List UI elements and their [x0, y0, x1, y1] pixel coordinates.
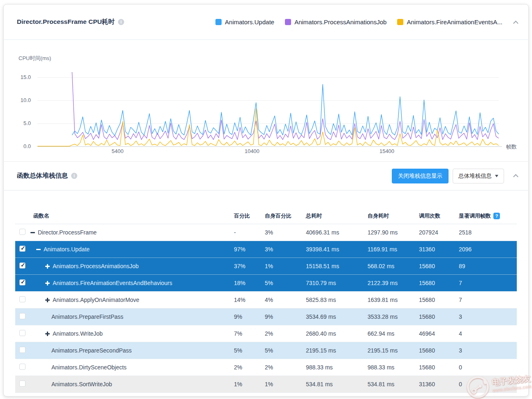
row-checkbox[interactable]: [19, 330, 25, 336]
caret-down-icon: [495, 175, 498, 177]
chart-collapse-chevron-icon[interactable]: [513, 21, 518, 26]
table-row[interactable]: Animators.DirtySceneObjects2%2%988.33 ms…: [15, 359, 517, 376]
stack-collapse-chevron-icon[interactable]: [513, 174, 518, 179]
checkbox-cell: [15, 246, 30, 253]
cell-total-time: 988.33 ms: [302, 364, 363, 371]
row-checkbox[interactable]: [19, 347, 25, 353]
cell-call-count: 207924: [415, 229, 455, 236]
function-name-cell: Director.ProcessFrame: [30, 229, 230, 236]
legend-swatch-icon: [215, 19, 222, 25]
cell-self-time: 568.02 ms: [363, 263, 415, 269]
legend-label: Animators.Update: [225, 19, 274, 26]
info-icon[interactable]: i: [71, 173, 77, 179]
table-row[interactable]: Animators.Update97%3%39398.41 ms1169.91 …: [15, 241, 517, 258]
row-checkbox[interactable]: [19, 364, 25, 370]
legend-item[interactable]: Animators.FireAnimationEventsA...: [397, 19, 502, 26]
table-row[interactable]: Director.ProcessFrame-3%40696.31 ms1297.…: [15, 224, 517, 241]
row-checkbox[interactable]: [19, 313, 25, 319]
column-header-percent: 百分比: [230, 212, 261, 220]
function-name-cell: Animators.ApplyOnAnimatorMove: [30, 297, 230, 303]
cell-call-count: 31360: [415, 246, 455, 253]
cell-call-count: 15680: [415, 347, 455, 354]
cell-self-percent: 9%: [261, 313, 302, 320]
gridline-5: [37, 123, 499, 124]
info-icon[interactable]: i: [118, 19, 124, 25]
column-header-frame-count-label: 显著调用帧数: [459, 212, 491, 220]
function-name-cell: Animators.WriteJob: [30, 330, 230, 337]
legend-item[interactable]: Animators.ProcessAnimationsJob: [285, 19, 386, 26]
column-header-self-percent: 自身百分比: [261, 212, 302, 220]
checkbox-cell: [15, 364, 30, 371]
chart-title: Director.ProcessFrame CPU耗时: [17, 18, 115, 26]
cell-frame-count: 2518: [455, 229, 517, 236]
cell-percent: 1%: [230, 381, 261, 387]
cell-self-time: 2195.15 ms: [363, 347, 415, 354]
row-checkbox-checked[interactable]: [19, 279, 25, 285]
chart-legend: Animators.UpdateAnimators.ProcessAnimati…: [215, 19, 502, 26]
checkbox-cell: [15, 330, 30, 337]
close-stack-info-button[interactable]: 关闭堆栈信息显示: [392, 169, 449, 183]
collapse-minus-icon[interactable]: [30, 230, 35, 235]
y-axis-title: CPU时间(ms): [19, 55, 51, 62]
cell-percent: -: [230, 229, 261, 236]
function-name: Animators.WriteJob: [53, 330, 103, 337]
table-header-row: 函数名 百分比 自身百分比 总耗时 自身耗时 调用次数 显著调用帧数 ?: [15, 208, 517, 224]
checkbox-cell: [15, 262, 30, 270]
table-row[interactable]: Animators.ProcessAnimationsJob37%1%15158…: [15, 258, 517, 275]
cell-call-count: 31360: [415, 381, 455, 387]
function-name-cell: Animators.FireAnimationEventsAndBehaviou…: [30, 280, 230, 286]
checkbox-cell: [15, 313, 30, 320]
cell-frame-count: 3: [455, 347, 517, 354]
gridline-10: [37, 100, 499, 101]
table-row[interactable]: Animators.WriteJob7%2%2680.40 ms662.94 m…: [15, 325, 517, 342]
row-checkbox-checked[interactable]: [19, 246, 25, 252]
cell-self-percent: 5%: [261, 347, 302, 354]
table-row[interactable]: Animators.PrepareFirstPass9%9%3534.69 ms…: [15, 309, 517, 325]
column-header-total-time: 总耗时: [302, 212, 363, 220]
expand-plus-icon[interactable]: [45, 331, 50, 336]
cell-percent: 18%: [230, 280, 261, 286]
cell-frame-count: 7: [455, 280, 517, 286]
cell-self-percent: 4%: [261, 297, 302, 303]
cell-percent: 9%: [230, 313, 261, 320]
help-icon[interactable]: ?: [493, 213, 500, 219]
expand-plus-icon[interactable]: [45, 297, 50, 303]
row-checkbox[interactable]: [19, 380, 25, 387]
x-axis-title: 帧数: [506, 143, 517, 151]
row-checkbox[interactable]: [19, 296, 25, 302]
cell-frame-count: 4: [455, 330, 517, 337]
function-name-cell: Animators.SortWriteJob: [30, 381, 230, 387]
stack-section-header: 函数总体堆栈信息 i 关闭堆栈信息显示 总体堆栈信息: [4, 162, 528, 190]
gridline-15: [37, 77, 499, 78]
checkbox-cell: [15, 296, 30, 304]
stack-scope-dropdown[interactable]: 总体堆栈信息: [453, 169, 504, 183]
chart-section-header: Director.ProcessFrame CPU耗时 i Animators.…: [4, 5, 528, 40]
stack-table: 函数名 百分比 自身百分比 总耗时 自身耗时 调用次数 显著调用帧数 ? Dir…: [4, 190, 528, 393]
function-name: Animators.ProcessAnimationsJob: [53, 263, 139, 269]
expand-plus-icon[interactable]: [45, 281, 50, 286]
function-name-cell: Animators.ProcessAnimationsJob: [30, 263, 230, 269]
cell-frame-count: 0: [455, 381, 517, 387]
table-row[interactable]: Animators.ApplyOnAnimatorMove14%4%5825.8…: [15, 292, 517, 309]
row-checkbox[interactable]: [19, 229, 25, 235]
stack-title: 函数总体堆栈信息: [17, 172, 68, 180]
cell-self-percent: 2%: [261, 330, 302, 337]
cell-call-count: 15680: [415, 313, 455, 320]
stack-actions: 关闭堆栈信息显示 总体堆栈信息: [392, 169, 518, 183]
cell-total-time: 39398.41 ms: [302, 246, 363, 253]
legend-swatch-icon: [397, 19, 403, 25]
table-row[interactable]: Animators.FireAnimationEventsAndBehaviou…: [15, 275, 517, 292]
table-row[interactable]: Animators.PrepareSecondPass5%5%2195.15 m…: [15, 342, 517, 359]
row-checkbox-checked[interactable]: [19, 262, 25, 269]
y-tick: 0.0: [14, 143, 31, 149]
cell-frame-count: 2096: [455, 246, 517, 253]
cell-percent: 97%: [230, 246, 261, 253]
x-tick: 5400: [105, 148, 130, 154]
expand-plus-icon[interactable]: [45, 264, 50, 269]
cell-self-percent: 5%: [261, 280, 302, 286]
legend-item[interactable]: Animators.Update: [215, 19, 274, 26]
collapse-minus-icon[interactable]: [36, 247, 41, 252]
table-row[interactable]: Animators.SortWriteJob1%1%534.81 ms534.8…: [15, 376, 517, 393]
function-name: Animators.PrepareFirstPass: [51, 313, 123, 320]
function-name: Animators.Update: [44, 246, 90, 253]
